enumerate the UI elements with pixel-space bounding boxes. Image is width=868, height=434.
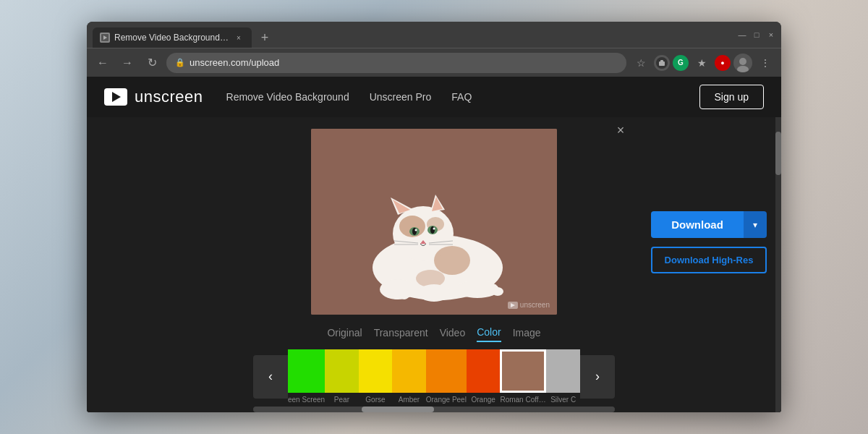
svg-point-35 [492,287,503,296]
scrollbar-thumb [775,132,781,175]
svg-point-33 [400,292,409,299]
swatches-prev-button[interactable]: ‹ [253,355,288,399]
swatch-color-2[interactable] [359,349,393,393]
download-button[interactable]: Download [651,211,744,238]
new-tab-button[interactable]: + [255,27,275,48]
main-content: × [87,117,781,412]
svg-point-18 [412,228,417,235]
swatch-label-7: Silver C [550,396,576,404]
cat-image [311,129,557,315]
back-button[interactable]: ← [93,53,113,73]
active-tab[interactable]: Remove Video Background – Un... × [93,27,252,48]
swatches-scrollbar[interactable] [253,407,615,412]
tab-image[interactable]: Image [513,324,541,341]
swatch-label-3: Amber [399,396,420,404]
signup-button[interactable]: Sign up [699,85,764,109]
swatch-item: Orange [467,349,501,404]
addressbar: ← → ↻ 🔒 unscreen.com/upload ☆ G ★ ● [87,48,781,77]
play-icon [112,92,121,102]
center-panel: × [231,117,637,412]
swatch-label-1: Pear [334,396,349,404]
watermark-text: unscreen [520,301,550,309]
tab-color[interactable]: Color [477,323,501,342]
minimize-button[interactable]: — [738,30,746,39]
swatch-color-5[interactable] [467,349,501,393]
browser-window: Remove Video Background – Un... × + — □ … [87,22,781,412]
swatch-item: Orange Peel [426,349,467,404]
swatch-color-6[interactable] [500,349,546,393]
swatch-label-2: Gorse [365,396,385,404]
tab-title: Remove Video Background – Un... [114,33,229,43]
close-preview-button[interactable]: × [610,120,631,140]
swatches-row: ‹ een ScreenPearGorseAmberOrange PeelOra… [253,349,615,404]
swatch-item: Gorse [359,349,393,404]
left-panel [87,117,231,412]
svg-point-20 [415,229,417,231]
color-swatches-area: ‹ een ScreenPearGorseAmberOrange PeelOra… [253,349,615,412]
tab-close-button[interactable]: × [233,32,244,43]
image-preview: unscreen [311,129,557,315]
svg-point-5 [739,58,746,65]
swatch-label-5: Orange [471,396,495,404]
close-window-button[interactable]: × [767,30,775,39]
svg-point-6 [737,66,749,72]
swatch-color-1[interactable] [325,349,359,393]
star-icon[interactable]: ☆ [631,53,651,73]
tab-favicon [100,33,110,43]
scrollbar-thumb [362,407,434,412]
extension-icon-1[interactable] [654,55,670,71]
swatch-label-0: een Screen [288,396,325,404]
logo: unscreen [104,88,203,106]
preview-tabs: Original Transparent Video Color Image [327,323,540,342]
tab-video[interactable]: Video [440,324,466,341]
url-bar[interactable]: 🔒 unscreen.com/upload [166,53,626,73]
tab-original[interactable]: Original [327,324,362,341]
swatches-container: een ScreenPearGorseAmberOrange PeelOrang… [288,349,580,404]
tab-bar: Remove Video Background – Un... × + [93,22,738,48]
right-panel: Download ▾ Download High-Res [637,117,781,412]
logo-text: unscreen [135,88,203,106]
window-controls: — □ × [738,30,775,39]
tab-transparent[interactable]: Transparent [374,324,428,341]
swatch-item: Amber [392,349,426,404]
forward-button[interactable]: → [117,53,137,73]
swatch-label-4: Orange Peel [426,396,467,404]
swatch-item: Silver C [546,349,580,404]
svg-point-27 [434,246,470,275]
svg-point-21 [433,228,435,230]
swatch-item: Pear [325,349,359,404]
download-hires-button[interactable]: Download High-Res [651,247,767,273]
logo-icon [104,88,127,106]
maximize-button[interactable]: □ [752,30,761,39]
nav-faq[interactable]: FAQ [451,91,472,103]
menu-icon[interactable]: ⋮ [755,53,775,73]
swatch-color-7[interactable] [546,349,580,393]
svg-rect-4 [660,60,663,63]
app-header: unscreen Remove Video Background Unscree… [87,77,781,117]
svg-point-34 [456,281,499,298]
swatch-color-0[interactable] [288,349,325,393]
profile-avatar[interactable] [733,54,752,72]
extension-icon-3[interactable]: ● [715,55,731,71]
download-button-group: Download ▾ [651,211,767,238]
svg-point-30 [418,284,450,302]
refresh-button[interactable]: ↻ [142,53,162,73]
watermark: unscreen [508,301,550,309]
swatch-color-3[interactable] [392,349,426,393]
swatch-color-4[interactable] [426,349,467,393]
extension-icon-2[interactable]: G [673,55,689,71]
svg-point-19 [430,226,435,234]
nav-pro[interactable]: Unscreen Pro [370,91,432,103]
nav-remove-background[interactable]: Remove Video Background [226,91,349,103]
download-dropdown-button[interactable]: ▾ [744,211,767,238]
lock-icon: 🔒 [175,58,185,67]
svg-point-32 [392,292,401,299]
swatch-item: Roman Coffee [500,349,546,404]
bookmarks-icon[interactable]: ★ [692,53,712,73]
swatches-next-button[interactable]: › [580,355,615,399]
toolbar-icons: ☆ G ★ ● ⋮ [631,53,775,73]
swatch-label-6: Roman Coffee [500,396,546,404]
page-scrollbar[interactable] [775,117,781,412]
nav-links: Remove Video Background Unscreen Pro FAQ [226,91,676,103]
action-buttons-container: Download ▾ Download High-Res [651,211,767,273]
